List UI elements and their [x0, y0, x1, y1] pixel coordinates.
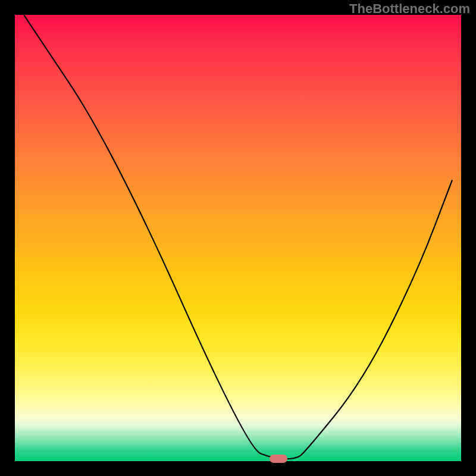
watermark-text: TheBottleneck.com	[349, 1, 470, 17]
curve-path	[24, 15, 452, 459]
optimal-point-marker	[270, 455, 287, 463]
plot-area	[15, 15, 461, 461]
bottleneck-curve	[15, 15, 461, 461]
